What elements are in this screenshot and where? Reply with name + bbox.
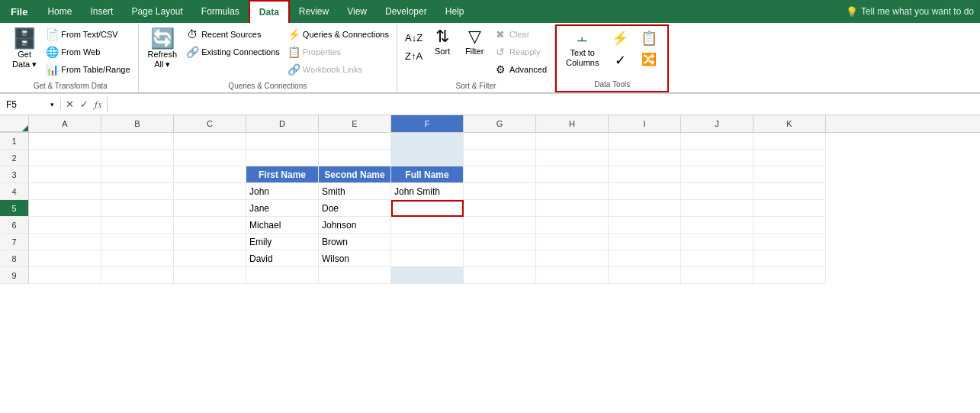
cell-h4[interactable] bbox=[536, 183, 609, 200]
cell-k5[interactable] bbox=[753, 200, 826, 217]
cell-g2[interactable] bbox=[464, 150, 536, 166]
col-header-a[interactable]: A bbox=[29, 115, 101, 132]
cell-g7[interactable] bbox=[464, 234, 536, 250]
cell-e2[interactable] bbox=[319, 150, 391, 166]
col-header-e[interactable]: E bbox=[319, 115, 391, 132]
cell-c2[interactable] bbox=[174, 150, 246, 166]
cell-j6[interactable] bbox=[681, 217, 753, 234]
cell-c8[interactable] bbox=[174, 250, 246, 267]
menu-item-review[interactable]: Review bbox=[290, 0, 338, 23]
col-header-c[interactable]: C bbox=[174, 115, 246, 132]
cell-e9[interactable] bbox=[319, 267, 391, 284]
cell-j9[interactable] bbox=[681, 267, 753, 284]
cell-i4[interactable] bbox=[609, 183, 681, 200]
cell-a3[interactable] bbox=[29, 166, 101, 183]
cell-e4[interactable]: Smith bbox=[319, 183, 391, 200]
row-header-2[interactable]: 2 bbox=[0, 150, 29, 166]
col-header-b[interactable]: B bbox=[101, 115, 174, 132]
cell-d1[interactable] bbox=[246, 133, 319, 150]
cancel-icon[interactable]: ✕ bbox=[64, 97, 76, 111]
cell-j4[interactable] bbox=[681, 183, 753, 200]
cell-i9[interactable] bbox=[609, 267, 681, 284]
cell-i7[interactable] bbox=[609, 234, 681, 250]
cell-f2[interactable] bbox=[391, 150, 464, 166]
cell-f8[interactable] bbox=[391, 250, 464, 267]
cell-a6[interactable] bbox=[29, 217, 101, 234]
menu-item-home[interactable]: Home bbox=[38, 0, 81, 23]
cell-g1[interactable] bbox=[464, 133, 536, 150]
cell-k7[interactable] bbox=[753, 234, 826, 250]
cell-f5[interactable] bbox=[391, 200, 464, 217]
cell-b2[interactable] bbox=[101, 150, 174, 166]
cell-b9[interactable] bbox=[101, 267, 174, 284]
existing-connections-button[interactable]: 🔗 Existing Connections bbox=[183, 44, 283, 60]
cell-a8[interactable] bbox=[29, 250, 101, 267]
select-all-button[interactable] bbox=[0, 115, 29, 132]
search-box[interactable]: 💡 Tell me what you want to do bbox=[846, 6, 974, 18]
cell-ref-arrow[interactable]: ▾ bbox=[50, 101, 54, 108]
row-header-5[interactable]: 5 bbox=[0, 200, 29, 217]
confirm-icon[interactable]: ✓ bbox=[79, 97, 90, 111]
col-header-g[interactable]: G bbox=[464, 115, 536, 132]
cell-f4[interactable]: John Smith bbox=[391, 183, 464, 200]
cell-d7[interactable]: Emily bbox=[246, 234, 319, 250]
row-header-3[interactable]: 3 bbox=[0, 166, 29, 183]
cell-e6[interactable]: Johnson bbox=[319, 217, 391, 234]
row-header-4[interactable]: 4 bbox=[0, 183, 29, 200]
cell-d4[interactable]: John bbox=[246, 183, 319, 200]
col-header-f[interactable]: F bbox=[391, 115, 464, 132]
flash-fill-button[interactable]: ⚡ bbox=[606, 27, 634, 49]
menu-item-view[interactable]: View bbox=[338, 0, 376, 23]
cell-c9[interactable] bbox=[174, 267, 246, 284]
cell-e8[interactable]: Wilson bbox=[319, 250, 391, 267]
cell-h3[interactable] bbox=[536, 166, 609, 183]
cell-g5[interactable] bbox=[464, 200, 536, 217]
cell-a2[interactable] bbox=[29, 150, 101, 166]
row-header-6[interactable]: 6 bbox=[0, 217, 29, 234]
row-header-8[interactable]: 8 bbox=[0, 250, 29, 267]
get-data-button[interactable]: 🗄️ GetData ▾ bbox=[8, 26, 41, 72]
cell-c3[interactable] bbox=[174, 166, 246, 183]
cell-a4[interactable] bbox=[29, 183, 101, 200]
cell-h8[interactable] bbox=[536, 250, 609, 267]
menu-item-file[interactable]: File bbox=[0, 0, 38, 23]
data-validation-button[interactable]: ✓ bbox=[606, 50, 634, 71]
cell-j1[interactable] bbox=[681, 133, 753, 150]
cell-k8[interactable] bbox=[753, 250, 826, 267]
cell-i1[interactable] bbox=[609, 133, 681, 150]
col-header-h[interactable]: H bbox=[536, 115, 609, 132]
cell-k1[interactable] bbox=[753, 133, 826, 150]
cell-h6[interactable] bbox=[536, 217, 609, 234]
cell-i6[interactable] bbox=[609, 217, 681, 234]
cell-d5[interactable]: Jane bbox=[246, 200, 319, 217]
remove-duplicates-button[interactable]: 📋 bbox=[635, 27, 663, 49]
cell-g6[interactable] bbox=[464, 217, 536, 234]
cell-f6[interactable] bbox=[391, 217, 464, 234]
reapply-button[interactable]: ↺ Reapply bbox=[491, 44, 550, 60]
cell-k3[interactable] bbox=[753, 166, 826, 183]
cell-d8[interactable]: David bbox=[246, 250, 319, 267]
cell-b6[interactable] bbox=[101, 217, 174, 234]
row-header-7[interactable]: 7 bbox=[0, 234, 29, 250]
cell-a9[interactable] bbox=[29, 267, 101, 284]
search-placeholder[interactable]: Tell me what you want to do bbox=[861, 6, 974, 17]
cell-c5[interactable] bbox=[174, 200, 246, 217]
cell-b3[interactable] bbox=[101, 166, 174, 183]
cell-e7[interactable]: Brown bbox=[319, 234, 391, 250]
cell-i5[interactable] bbox=[609, 200, 681, 217]
menu-item-help[interactable]: Help bbox=[436, 0, 474, 23]
sort-button[interactable]: ⇅ Sort bbox=[427, 26, 458, 59]
cell-i2[interactable] bbox=[609, 150, 681, 166]
cell-j5[interactable] bbox=[681, 200, 753, 217]
cell-c6[interactable] bbox=[174, 217, 246, 234]
cell-f1[interactable] bbox=[391, 133, 464, 150]
cell-g9[interactable] bbox=[464, 267, 536, 284]
cell-k4[interactable] bbox=[753, 183, 826, 200]
cell-h9[interactable] bbox=[536, 267, 609, 284]
cell-a1[interactable] bbox=[29, 133, 101, 150]
cell-j7[interactable] bbox=[681, 234, 753, 250]
cell-e3[interactable]: Second Name bbox=[319, 166, 391, 183]
cell-h7[interactable] bbox=[536, 234, 609, 250]
cell-i3[interactable] bbox=[609, 166, 681, 183]
cell-c7[interactable] bbox=[174, 234, 246, 250]
